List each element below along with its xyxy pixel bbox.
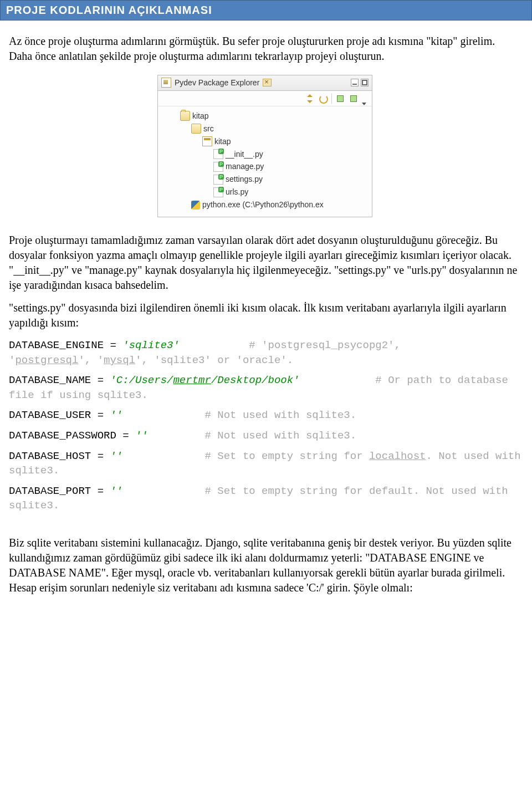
document-body: Az önce proje oluşturma adımlarını görmü… [0,21,532,614]
code-comment: mysql [104,354,135,366]
tree-label: python.exe (C:\Python26\python.ex [202,200,324,210]
code-string: '' [135,430,148,442]
python-file-icon [213,175,223,185]
code-engine: DATABASE_ENGINE = 'sqlite3' # 'postgresq… [9,338,521,368]
code-text: DATABASE_NAME = [9,374,110,386]
paragraph-sqlite: Biz sqlite veritabanı sistemini kullanac… [9,535,521,595]
section-header: PROJE KODLARININ AÇIKLANMASI [0,0,532,21]
window-buttons [351,79,369,86]
code-comment: # Not used with sqlite3. [204,409,356,421]
code-string: 'sqlite3' [122,339,180,351]
code-text: DATABASE_HOST = [9,450,110,462]
minimize-icon[interactable] [351,79,359,86]
tree-label: kitap [214,136,231,147]
tree-package[interactable]: kitap [160,135,370,148]
header-title: PROJE KODLARININ AÇIKLANMASI [6,4,212,16]
tree-file[interactable]: __init__.py [160,148,370,161]
ide-toolbar [158,91,372,106]
code-string: 'C:/Users/ [110,374,173,386]
code-comment: localhost [369,450,426,462]
tree-interpreter[interactable]: python.exe (C:\Python26\python.ex [160,198,370,211]
paragraph-files: Proje oluşturmayı tamamladığımız zaman v… [9,233,521,293]
link-editor-icon[interactable] [318,94,328,104]
tree-file[interactable]: settings.py [160,173,370,186]
tree-label: __init__.py [226,149,263,160]
tree-label: settings.py [226,174,263,185]
code-comment: ' [9,354,15,366]
tree-file[interactable]: urls.py [160,186,370,198]
code-string: /Desktop/book' [211,374,300,386]
python-file-icon [213,149,223,159]
code-name: DATABASE_NAME = 'C:/Users/mertmr/Desktop… [9,373,521,402]
code-comment: ', ' [78,354,104,366]
code-string: mertmr [173,374,211,386]
code-password: DATABASE_PASSWORD = '' # Not used with s… [9,428,521,443]
tree-label: kitap [192,111,209,121]
src-folder-icon [191,124,201,134]
code-comment: # 'postgresql_psycopg2', [249,339,407,351]
code-comment: ', 'sqlite3' or 'oracle'. [135,354,293,366]
paragraph-settings: "settings.py" dosyasında bizi ilgilendir… [9,300,521,330]
code-string: '' [110,450,122,462]
code-comment: # Set to empty string for [204,450,369,462]
code-text: DATABASE_USER = [9,409,110,421]
python-file-icon [213,187,223,197]
code-text: DATABASE_PASSWORD = [9,430,135,442]
tree-file[interactable]: manage.py [160,160,370,173]
package-explorer-icon [161,78,171,88]
python-exe-icon [191,201,200,210]
working-set-icon[interactable] [349,94,359,104]
python-file-icon [213,162,223,172]
close-tab-icon[interactable] [263,79,272,86]
maximize-icon[interactable] [361,79,369,86]
paragraph-intro: Az önce proje oluşturma adımlarını görmü… [9,34,521,64]
filter-icon[interactable] [335,94,345,104]
package-icon [202,136,212,146]
code-comment: postgresql [15,354,78,366]
collapse-all-icon[interactable] [305,94,315,104]
project-icon [180,111,190,121]
toolbar-separator [331,94,332,104]
ide-tree: kitap src kitap __init__.py manage.py [158,106,372,217]
ide-titlebar: Pydev Package Explorer [158,75,372,91]
ide-tab-title: Pydev Package Explorer [175,78,259,88]
tree-label: src [203,124,214,134]
code-string: '' [110,409,122,421]
code-host: DATABASE_HOST = '' # Set to empty string… [9,449,521,478]
code-text: DATABASE_PORT = [9,485,110,497]
code-user: DATABASE_USER = '' # Not used with sqlit… [9,408,521,423]
code-text: DATABASE_ENGINE = [9,339,122,351]
code-port: DATABASE_PORT = '' # Set to empty string… [9,484,521,513]
code-comment: # Not used with sqlite3. [204,430,356,442]
tree-src[interactable]: src [160,123,370,135]
code-string: '' [110,485,122,497]
tree-project[interactable]: kitap [160,110,370,123]
ide-screenshot: Pydev Package Explorer kitap [157,75,372,217]
tree-label: manage.py [226,161,264,172]
tree-label: urls.py [226,187,248,197]
